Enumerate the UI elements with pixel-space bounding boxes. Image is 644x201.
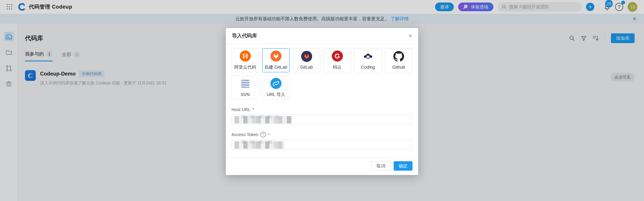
required-asterisk: * bbox=[252, 107, 254, 112]
provider-tile-svn[interactable]: SVN bbox=[232, 76, 259, 100]
provider-grid: 阿里云代码 自建 GitLab bbox=[232, 48, 412, 100]
gitlab-icon bbox=[301, 51, 312, 62]
coding-icon bbox=[362, 51, 374, 62]
access-token-redacted-value bbox=[234, 141, 285, 149]
confirm-button[interactable]: 确定 bbox=[394, 161, 412, 171]
host-url-label: Host URL * bbox=[232, 107, 412, 112]
host-url-input[interactable] bbox=[232, 114, 412, 124]
codeup-app: 代码管理 Codeup 邀请 体验透镜 + bbox=[0, 0, 644, 201]
modal-close-icon[interactable]: × bbox=[408, 33, 412, 39]
provider-tile-gitlab[interactable]: GitLab bbox=[293, 48, 320, 72]
provider-tile-aliyun-code[interactable]: 阿里云代码 bbox=[232, 48, 259, 72]
gitlab-selfhosted-icon bbox=[270, 50, 282, 62]
aliyun-code-icon bbox=[240, 50, 251, 62]
url-import-icon bbox=[270, 78, 282, 89]
provider-tile-self-hosted-gitlab[interactable]: 自建 GitLab bbox=[262, 48, 290, 72]
access-token-help-icon[interactable]: ? bbox=[260, 132, 266, 138]
host-url-redacted-value bbox=[234, 116, 292, 124]
access-token-label: Access Token ? * bbox=[232, 132, 412, 138]
github-icon bbox=[393, 51, 404, 62]
provider-tile-gitee[interactable]: G 码云 bbox=[324, 48, 351, 72]
cancel-button[interactable]: 取消 bbox=[371, 161, 391, 171]
modal-footer: 取消 确定 bbox=[226, 157, 418, 175]
provider-tile-coding[interactable]: Coding bbox=[354, 48, 382, 72]
required-asterisk: * bbox=[268, 132, 270, 137]
modal-title: 导入代码库 bbox=[232, 32, 257, 39]
provider-tile-url-import[interactable]: URL 导入 bbox=[262, 76, 290, 100]
svn-icon bbox=[240, 78, 251, 89]
access-token-input[interactable] bbox=[232, 140, 412, 150]
gitee-icon: G bbox=[332, 50, 343, 62]
provider-tile-github[interactable]: Github bbox=[385, 48, 412, 72]
import-repo-modal: 导入代码库 × 阿里云代码 bbox=[226, 28, 418, 175]
